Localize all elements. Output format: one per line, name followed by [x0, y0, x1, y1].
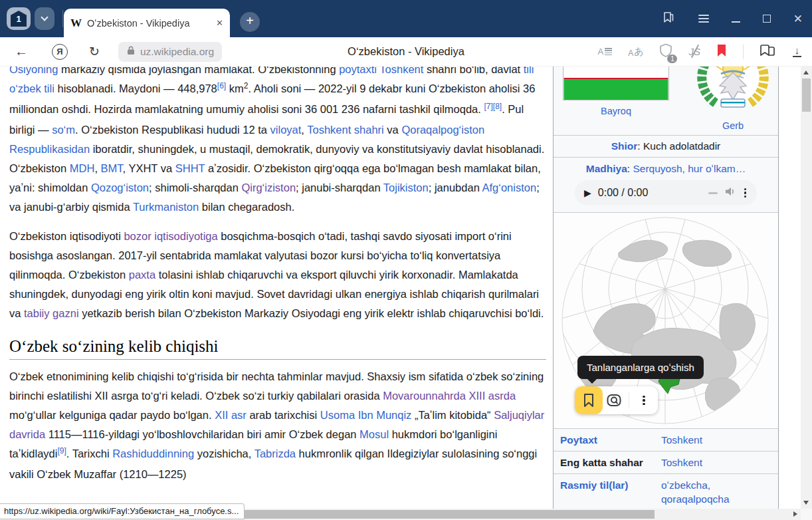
article-paragraph: Oʻzbekiston iqtisodiyoti bozor iqtisodiy… — [9, 227, 546, 323]
official-languages-value-links[interactable]: oʻzbekcha, qoraqalpoqcha — [661, 478, 741, 506]
wiki-link[interactable]: Movarounnahrda XIII asrda — [383, 390, 516, 402]
maximize-button[interactable] — [763, 15, 771, 23]
largest-city-value-link[interactable]: Toshkent — [661, 455, 773, 469]
visual-search-button[interactable] — [602, 388, 626, 412]
section-heading: Oʻzbek soʻzining kelib chiqishi — [9, 336, 546, 360]
wiki-link[interactable]: XII asr — [215, 409, 247, 421]
wiki-link[interactable]: Mosul — [359, 428, 389, 440]
emblem-caption-link[interactable]: Gerb — [722, 120, 744, 131]
wiki-link[interactable]: Turkmaniston — [133, 201, 199, 213]
tab-close-icon[interactable]: ✕ — [216, 18, 223, 28]
image-hover-toolbar — [575, 386, 658, 414]
image-more-menu-button[interactable] — [632, 388, 656, 412]
text-segment: km — [226, 82, 244, 94]
reader-mode-icon[interactable]: A — [597, 47, 612, 57]
active-tab[interactable]: W Oʻzbekiston - Vikipediya ✕ — [64, 9, 230, 37]
wiki-link[interactable]: Toshkent shahri — [307, 124, 384, 136]
close-button[interactable]: ✕ — [793, 13, 803, 25]
url-text: uz.wikipedia.org — [140, 46, 214, 58]
player-menu-icon[interactable] — [743, 187, 748, 199]
flag-image[interactable] — [563, 66, 669, 103]
capital-value-link[interactable]: Toshkent — [661, 433, 773, 447]
new-tab-button[interactable]: + — [240, 12, 260, 32]
wiki-link[interactable]: Qozogʻiston — [91, 182, 149, 194]
menu-icon[interactable] — [698, 13, 709, 25]
address-bar[interactable]: uz.wikipedia.org — [118, 42, 222, 62]
globe-map-image[interactable] — [555, 418, 775, 428]
title-bar: 1 W Oʻzbekiston - Vikipediya ✕ + ✕ — [0, 0, 812, 37]
article-paragraph: Osiyoning markaziy qismida joylashgan ma… — [9, 66, 546, 217]
official-languages-label-link[interactable]: Rasmiy til(lar) — [560, 478, 661, 506]
wiki-link[interactable]: Osiyoning — [9, 66, 58, 75]
bookmark-added-icon[interactable] — [716, 44, 727, 60]
speaker-icon[interactable] — [724, 186, 736, 199]
collections-icon[interactable] — [760, 43, 777, 61]
translate-icon[interactable]: A あ — [628, 46, 643, 58]
flag-caption-link[interactable]: Bayroq — [601, 106, 631, 116]
bookmarks-panel-icon[interactable] — [661, 10, 676, 27]
reload-button[interactable]: ↻ — [89, 44, 100, 59]
article-text-column: Osiyoning markaziy qismida joylashgan ma… — [9, 66, 546, 494]
text-segment: markaziy qismida joylashgan mamlakat. Oʻ… — [58, 66, 339, 75]
scrollbar-corner — [801, 509, 812, 520]
play-icon[interactable]: ▶ — [584, 188, 591, 198]
text-segment: ; janubi-sharqdan — [296, 182, 383, 194]
wiki-link[interactable]: [9] — [57, 446, 66, 455]
capital-label-link[interactable]: Poytaxt — [560, 433, 661, 447]
anthem-label-link[interactable]: Madhiya — [586, 163, 627, 174]
anthem-title-link[interactable]: Serquyosh, hur oʻlkam… — [633, 163, 746, 174]
wiki-link[interactable]: viloyat — [270, 124, 302, 136]
vertical-scroll-thumb[interactable] — [802, 78, 811, 112]
tab-counter-button[interactable]: 1 — [7, 7, 31, 30]
text-segment: , — [301, 124, 307, 136]
javascript-blocked-icon[interactable]: JS — [688, 46, 700, 57]
add-to-favorites-button[interactable] — [577, 388, 601, 412]
location-map-row: Tanlanganlarga qoʻshish — [554, 212, 778, 428]
wiki-link[interactable]: Tabrizda — [254, 448, 296, 459]
wiki-link[interactable]: Rashiduddinning — [112, 448, 194, 459]
infobox-symbols-row: Bayroq — [554, 66, 778, 135]
wiki-link[interactable]: tabiiy gazni — [24, 307, 79, 319]
volume-slider[interactable] — [708, 192, 718, 194]
scroll-right-arrow[interactable] — [793, 511, 797, 517]
motto-label-link[interactable]: Shior — [611, 140, 638, 152]
lock-icon — [126, 45, 136, 58]
motto-text: : Kuch adolatdadir — [637, 140, 720, 152]
vertical-scrollbar[interactable] — [801, 66, 812, 509]
wiki-link[interactable]: BMT — [101, 162, 123, 174]
divider — [62, 10, 63, 27]
text-segment: ; janubdan — [429, 182, 482, 194]
back-button[interactable]: ← — [15, 44, 28, 59]
text-segment: Oʻzbekiston iqtisodiyoti — [9, 230, 124, 242]
text-segment: va — [384, 124, 402, 136]
country-infobox: Bayroq — [553, 66, 779, 509]
wiki-link[interactable]: [7][8] — [484, 102, 502, 111]
minimize-button[interactable] — [732, 21, 740, 23]
wiki-link[interactable]: Afgʻoniston — [482, 182, 536, 194]
wiki-link[interactable]: [6] — [217, 81, 226, 90]
page-content: Osiyoning markaziy qismida joylashgan ma… — [0, 66, 801, 509]
infobox-row-largest-city: Eng katta shahar Toshkent — [554, 451, 778, 473]
browser-window: 1 W Oʻzbekiston - Vikipediya ✕ + ✕ — [0, 0, 812, 520]
scroll-up-arrow[interactable] — [803, 70, 809, 74]
wiki-link[interactable]: Tojikiston — [383, 182, 429, 194]
tab-list-dropdown-button[interactable] — [35, 7, 54, 30]
wiki-link[interactable]: Qirgʻiziston — [241, 182, 296, 194]
yandex-button[interactable]: Я — [52, 44, 68, 60]
wiki-link[interactable]: bozor iqtisodiyotiga — [124, 230, 217, 242]
status-url-bar: https://uz.wikipedia.org/wiki/Fayl:Узбек… — [0, 503, 245, 519]
wiki-link[interactable]: MDH — [70, 162, 95, 174]
downloads-icon[interactable]: ↓ — [793, 46, 801, 57]
anthem-row: Madhiya: Serquyosh, hur oʻlkam… ▶ 0:00 /… — [554, 157, 778, 212]
divider — [743, 45, 744, 59]
scroll-down-arrow[interactable] — [803, 501, 809, 505]
wiki-link[interactable]: soʻm — [52, 124, 75, 136]
protect-shield-icon[interactable]: 1 — [659, 43, 672, 61]
wiki-link[interactable]: Usoma Ibn Munqiz — [320, 409, 412, 421]
wiki-link[interactable]: SHHT — [175, 162, 205, 174]
browser-toolbar: ← Я ↻ uz.wikipedia.org Oʻzbekiston - Vik… — [0, 37, 812, 66]
coat-of-arms-image[interactable] — [696, 66, 770, 118]
wiki-link[interactable]: poytaxti Toshkent — [339, 66, 423, 75]
wiki-link[interactable]: paxta — [129, 269, 155, 281]
article-paragraph: Oʻzbek etnonimining kelib chiqishi toʻgʻ… — [9, 367, 546, 484]
